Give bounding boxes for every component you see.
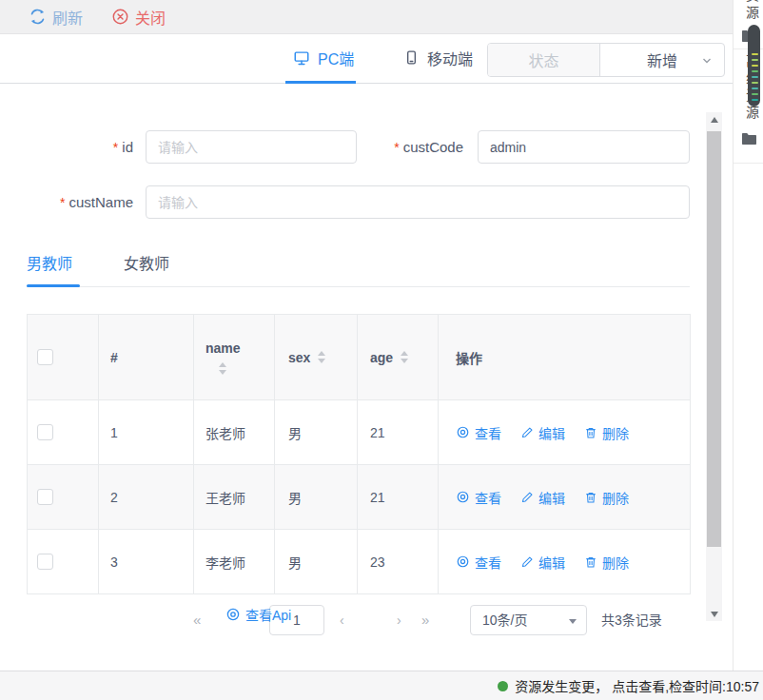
status-dot-icon: [498, 681, 508, 691]
cell-sex: 男: [275, 530, 358, 594]
refresh-button[interactable]: 刷新: [29, 6, 83, 29]
table-row: 1 张老师 男 21 查看 编辑: [28, 400, 691, 465]
top-toolbar: 刷新 关闭: [0, 0, 733, 34]
cell-index: 1: [99, 400, 194, 465]
row-checkbox[interactable]: [37, 554, 53, 570]
scroll-indicator-overlay[interactable]: [748, 25, 760, 107]
view-button[interactable]: 查看: [456, 423, 501, 442]
view-button[interactable]: 查看: [456, 553, 501, 572]
eye-icon: [225, 607, 241, 622]
tab-female-teacher[interactable]: 女教师: [124, 251, 169, 274]
eye-icon: [456, 554, 470, 569]
sidebar-item-resource[interactable]: 资源: [742, 0, 761, 23]
scrollbar-up-arrow[interactable]: [706, 112, 722, 126]
pagination-first-button[interactable]: «: [193, 605, 201, 635]
sort-carets-icon[interactable]: [219, 362, 226, 375]
select-all-checkbox[interactable]: [37, 349, 53, 365]
custname-input[interactable]: [146, 185, 690, 219]
view-button[interactable]: 查看: [456, 488, 501, 507]
scrollbar-down-arrow[interactable]: [706, 607, 722, 621]
tab-male-active-underline: [27, 284, 80, 287]
column-header-index: #: [99, 315, 194, 400]
table-row: 2 王老师 男 21 查看 编辑: [28, 465, 691, 530]
status-message[interactable]: 资源发生变更， 点击查看,检查时间:10:57: [515, 676, 759, 695]
tab-male-teacher[interactable]: 男教师: [27, 251, 72, 274]
folder-icon: [741, 132, 756, 145]
pagination: « 1 ‹ › » 10条/页 共3条记录: [0, 605, 733, 635]
delete-button[interactable]: 删除: [584, 423, 629, 442]
tab-pc-label: PC端: [318, 47, 354, 69]
pencil-icon: [520, 491, 534, 504]
trash-icon: [584, 426, 597, 439]
cell-index: 3: [99, 530, 194, 594]
monitor-icon: [293, 49, 310, 67]
edit-button[interactable]: 编辑: [520, 553, 565, 572]
delete-button[interactable]: 删除: [584, 553, 629, 572]
required-asterisk: *: [113, 140, 118, 155]
form-preview-pane: *id *custCode *custName 男教师 女教师 # name: [0, 84, 733, 623]
close-label: 关闭: [135, 6, 166, 29]
trash-icon: [584, 491, 597, 504]
pencil-icon: [520, 555, 534, 569]
refresh-label: 刷新: [52, 6, 83, 29]
table-header-row: # name sex: [28, 315, 691, 400]
tabs-bottom-border: [27, 286, 690, 287]
pencil-icon: [520, 426, 534, 439]
cell-index: 2: [99, 465, 194, 530]
column-header-age[interactable]: age: [358, 315, 439, 400]
trash-icon: [584, 555, 597, 569]
sort-carets-icon[interactable]: [318, 351, 325, 363]
status-button-label: 状态: [528, 49, 558, 71]
teacher-table: # name sex: [27, 314, 691, 594]
required-asterisk: *: [394, 140, 399, 155]
edit-button[interactable]: 编辑: [520, 423, 565, 442]
eye-icon: [456, 490, 470, 504]
row-checkbox[interactable]: [37, 489, 53, 505]
cell-sex: 男: [275, 400, 358, 465]
vertical-scrollbar[interactable]: [706, 112, 722, 621]
required-asterisk: *: [60, 195, 65, 210]
edit-button[interactable]: 编辑: [520, 488, 565, 507]
cell-sex: 男: [275, 465, 358, 530]
refresh-icon: [29, 8, 47, 26]
cell-name: 王老师: [194, 465, 275, 530]
page-size-select[interactable]: 10条/页: [470, 605, 587, 635]
tab-mobile[interactable]: 移动端: [403, 34, 473, 81]
status-add-button-group: 状态 新增: [487, 43, 725, 77]
scrollbar-thumb[interactable]: [707, 131, 721, 547]
custname-field-label: *custName: [27, 185, 133, 219]
pagination-last-button[interactable]: »: [421, 605, 429, 635]
cell-age: 21: [358, 465, 439, 530]
custcode-input[interactable]: [478, 130, 690, 164]
status-bar: 资源发生变更， 点击查看,检查时间:10:57: [0, 671, 763, 700]
device-tab-bar: PC端 移动端 状态 新增: [0, 34, 733, 84]
custcode-field-label: *custCode: [357, 130, 463, 164]
cell-name: 李老师: [194, 530, 275, 594]
column-header-name[interactable]: name: [194, 315, 275, 400]
cell-age: 23: [358, 530, 439, 594]
close-button[interactable]: 关闭: [111, 6, 166, 29]
pagination-prev-button[interactable]: ‹: [340, 605, 344, 635]
id-input[interactable]: [146, 130, 357, 164]
add-select[interactable]: 新增: [600, 44, 724, 76]
tab-mobile-label: 移动端: [427, 47, 473, 69]
cell-name: 张老师: [194, 400, 275, 465]
sort-carets-icon[interactable]: [401, 351, 408, 363]
id-field-label: *id: [38, 130, 133, 164]
mobile-phone-icon: [403, 49, 420, 66]
table-row: 3 李老师 男 23 查看 编辑: [28, 530, 691, 594]
pagination-next-button[interactable]: ›: [397, 605, 401, 635]
select-caret-icon: [569, 619, 577, 624]
row-checkbox[interactable]: [37, 424, 53, 440]
divider: [734, 163, 763, 164]
close-circle-icon: [111, 8, 129, 26]
delete-button[interactable]: 删除: [584, 488, 629, 507]
tab-pc[interactable]: PC端: [293, 34, 354, 81]
add-select-label: 新增: [647, 49, 677, 71]
eye-icon: [456, 425, 470, 439]
chevron-down-icon: [701, 55, 713, 67]
column-header-sex[interactable]: sex: [275, 315, 358, 400]
status-button[interactable]: 状态: [488, 44, 600, 76]
pagination-total-label: 共3条记录: [601, 605, 662, 635]
view-api-button[interactable]: 查看Api: [225, 603, 291, 626]
